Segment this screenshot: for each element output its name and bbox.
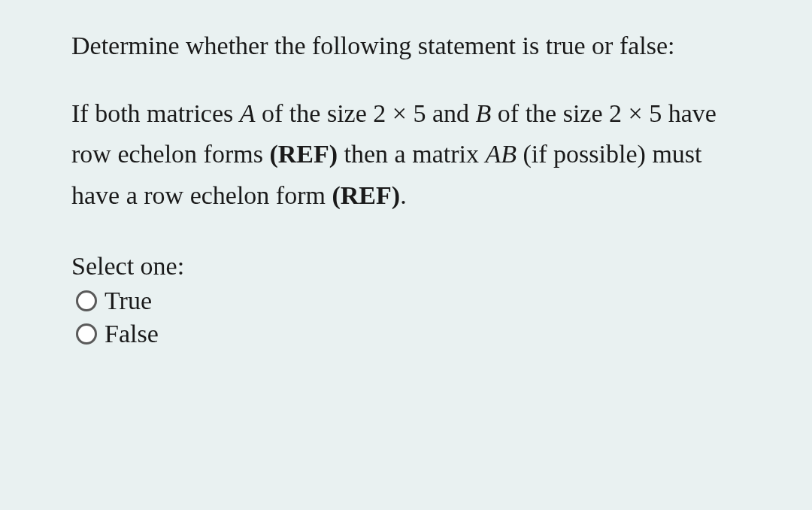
- math-variable-ab: AB: [485, 140, 517, 168]
- question-text-part: If both matrices: [71, 99, 240, 127]
- option-true[interactable]: True: [76, 287, 748, 315]
- question-text-part: .: [400, 181, 407, 209]
- option-true-label: True: [105, 287, 152, 315]
- question-text-part: then a matrix: [338, 140, 485, 168]
- select-label: Select one:: [71, 252, 748, 281]
- select-section: Select one: True False: [71, 252, 748, 348]
- question-text-part: of the size: [491, 99, 609, 127]
- math-size-b: 2 × 5: [609, 99, 662, 127]
- radio-false[interactable]: [76, 323, 97, 345]
- math-variable-a: A: [240, 99, 256, 127]
- question-text-part: of the size: [256, 99, 374, 127]
- question-body: If both matrices A of the size 2 × 5 and…: [71, 93, 748, 216]
- option-false[interactable]: False: [76, 320, 748, 348]
- option-false-label: False: [105, 320, 159, 348]
- question-text-part: and: [426, 99, 475, 127]
- ref-bold: (REF): [269, 140, 338, 168]
- math-size-a: 2 × 5: [373, 99, 426, 127]
- radio-true[interactable]: [76, 290, 97, 311]
- ref-bold: (REF): [332, 181, 400, 209]
- question-prompt: Determine whether the following statemen…: [71, 26, 748, 65]
- math-variable-b: B: [476, 99, 492, 127]
